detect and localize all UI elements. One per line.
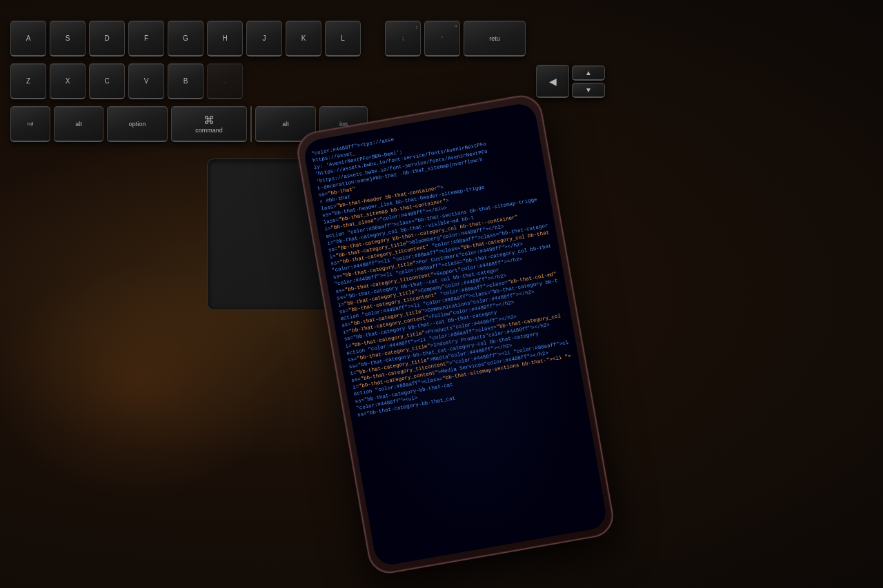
key-arrow-down[interactable]: ▼ [572, 83, 605, 98]
key-l[interactable]: L [325, 21, 361, 57]
key-b[interactable]: B [168, 63, 204, 99]
key-x[interactable]: X [50, 63, 86, 99]
command-symbol: ⌘ [204, 114, 215, 127]
arrow-key-group: ◀ ▲ ▼ [536, 63, 605, 99]
key-space[interactable] [250, 106, 252, 142]
key-h[interactable]: H [207, 21, 243, 57]
arrow-up-down-group: ▲ ▼ [572, 65, 605, 98]
key-quote[interactable]: '" [424, 21, 460, 57]
key-alt[interactable]: alt [54, 106, 103, 142]
key-f[interactable]: F [128, 21, 164, 57]
key-ctrl[interactable]: rol [10, 106, 50, 142]
key-j[interactable]: J [246, 21, 282, 57]
key-arrow-up[interactable]: ▲ [572, 65, 605, 81]
key-z[interactable]: Z [10, 63, 46, 99]
key-g[interactable]: G [168, 21, 204, 57]
key-command[interactable]: ⌘ command [171, 106, 247, 142]
key-arrow-left[interactable]: ◀ [536, 65, 569, 98]
key-s[interactable]: S [50, 21, 86, 57]
key-option[interactable]: option [107, 106, 168, 142]
command-label: command [195, 127, 223, 134]
key-c[interactable]: C [89, 63, 125, 99]
key-semicolon[interactable]: ;: [385, 21, 421, 57]
key-comma-partial[interactable]: , [207, 63, 243, 99]
key-a[interactable]: A [10, 21, 46, 57]
key-d[interactable]: D [89, 21, 125, 57]
key-v[interactable]: V [128, 63, 164, 99]
key-k[interactable]: K [286, 21, 321, 57]
key-return-partial[interactable]: retu [464, 21, 526, 57]
